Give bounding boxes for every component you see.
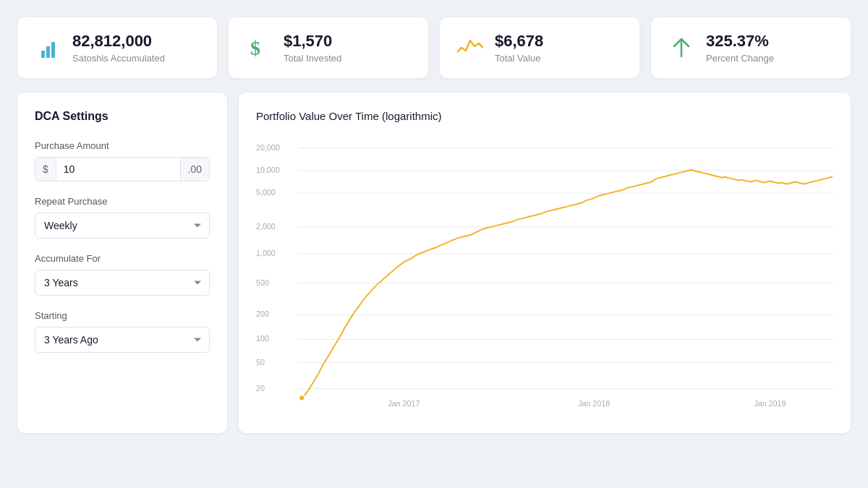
invested-value: $1,570 xyxy=(284,32,341,51)
repeat-purchase-label: Repeat Purchase xyxy=(35,196,210,207)
svg-text:50: 50 xyxy=(256,358,265,367)
percent-value: 325.37% xyxy=(706,32,774,51)
total-value-value: $6,678 xyxy=(495,32,543,51)
arrow-up-icon xyxy=(668,35,694,61)
card-invested: $ $1,570 Total Invested xyxy=(229,17,428,78)
svg-text:100: 100 xyxy=(256,335,269,343)
starting-group: Starting 1 Years Ago 2 Years Ago 3 Years… xyxy=(35,310,210,353)
purchase-amount-input-wrapper[interactable]: $ .00 xyxy=(35,157,210,181)
top-cards-row: 82,812,000 Satoshis Accumulated $ $1,570… xyxy=(17,17,851,78)
starting-label: Starting xyxy=(35,310,210,321)
starting-select[interactable]: 1 Years Ago 2 Years Ago 3 Years Ago 4 Ye… xyxy=(35,327,210,353)
svg-text:2,000: 2,000 xyxy=(256,222,276,231)
repeat-select[interactable]: Daily Weekly Monthly xyxy=(35,213,210,239)
satoshis-value: 82,812,000 xyxy=(72,32,165,51)
dollar-icon: $ xyxy=(246,35,272,61)
svg-text:20: 20 xyxy=(256,384,265,393)
svg-text:Jan 2018: Jan 2018 xyxy=(578,399,610,408)
svg-text:10,000: 10,000 xyxy=(256,166,280,174)
card-satoshis: 82,812,000 Satoshis Accumulated xyxy=(17,17,217,78)
chart-panel: Portfolio Value Over Time (logarithmic) … xyxy=(239,93,851,433)
settings-panel: DCA Settings Purchase Amount $ .00 Repea… xyxy=(17,93,227,433)
accumulate-select-wrapper[interactable]: 1 Years 2 Years 3 Years 4 Years 5 Years xyxy=(35,270,210,296)
card-total-value: $6,678 Total Value xyxy=(440,17,639,78)
invested-label: Total Invested xyxy=(284,53,341,64)
accumulate-select[interactable]: 1 Years 2 Years 3 Years 4 Years 5 Years xyxy=(35,270,210,296)
purchase-amount-group: Purchase Amount $ .00 xyxy=(35,140,210,181)
svg-text:$: $ xyxy=(250,37,260,59)
svg-point-24 xyxy=(299,395,305,401)
dollar-prefix: $ xyxy=(35,158,56,181)
svg-text:500: 500 xyxy=(256,278,269,287)
settings-title: DCA Settings xyxy=(35,110,210,123)
chart-container: 20,000 10,000 5,000 2,000 1,000 500 200 … xyxy=(256,134,833,416)
svg-text:Jan 2017: Jan 2017 xyxy=(388,399,420,408)
accumulate-for-group: Accumulate For 1 Years 2 Years 3 Years 4… xyxy=(35,253,210,296)
portfolio-chart: 20,000 10,000 5,000 2,000 1,000 500 200 … xyxy=(256,134,833,416)
wave-icon xyxy=(457,35,483,61)
repeat-select-wrapper[interactable]: Daily Weekly Monthly xyxy=(35,213,210,239)
bottom-section: DCA Settings Purchase Amount $ .00 Repea… xyxy=(17,93,851,433)
satoshis-label: Satoshis Accumulated xyxy=(72,53,165,64)
chart-title: Portfolio Value Over Time (logarithmic) xyxy=(256,110,833,122)
bar-chart-icon xyxy=(35,35,61,61)
purchase-amount-input[interactable] xyxy=(56,158,180,181)
purchase-amount-label: Purchase Amount xyxy=(35,140,210,151)
svg-text:200: 200 xyxy=(256,310,269,319)
svg-text:1,000: 1,000 xyxy=(256,249,276,257)
percent-label: Percent Change xyxy=(706,53,774,64)
svg-text:20,000: 20,000 xyxy=(256,143,280,152)
decimal-suffix: .00 xyxy=(180,158,209,181)
repeat-purchase-group: Repeat Purchase Daily Weekly Monthly xyxy=(35,196,210,239)
svg-text:Jan 2019: Jan 2019 xyxy=(754,399,786,408)
accumulate-for-label: Accumulate For xyxy=(35,253,210,264)
svg-text:5,000: 5,000 xyxy=(256,188,276,197)
total-value-label: Total Value xyxy=(495,53,543,64)
starting-select-wrapper[interactable]: 1 Years Ago 2 Years Ago 3 Years Ago 4 Ye… xyxy=(35,327,210,353)
card-percent: 325.37% Percent Change xyxy=(651,17,851,78)
